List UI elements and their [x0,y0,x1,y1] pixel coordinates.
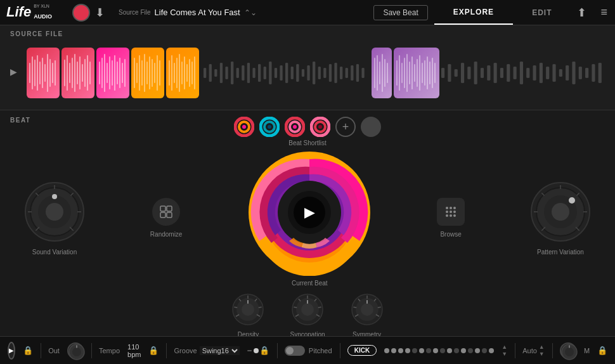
beat-dot-4[interactable] [405,348,410,353]
svg-rect-15 [74,54,75,92]
footer-lock-4[interactable]: 🔒 [597,346,607,355]
auto-arrows[interactable]: ▲ ▼ [539,344,545,357]
density-knob-dial[interactable] [231,293,264,328]
svg-rect-47 [176,58,178,88]
beat-dot-10[interactable] [447,348,452,353]
footer-m-label[interactable]: M [584,347,590,354]
symmetry-knob-dial[interactable] [351,293,384,328]
waveform-segment-1[interactable] [27,48,60,98]
beat-circle-2[interactable] [259,117,280,137]
svg-point-171 [453,211,456,213]
svg-rect-107 [441,68,444,78]
source-play-button[interactable]: ▶ [10,67,23,79]
svg-rect-108 [448,64,451,82]
footer-groove-select[interactable]: Swing16 Swing8 Straight [200,346,240,355]
waveform-container [27,44,605,101]
nav-tabs: EXPLORE EDIT [434,0,571,25]
svg-point-166 [446,207,448,209]
tab-edit[interactable]: EDIT [513,0,571,25]
footer-pitched-toggle[interactable]: Pitched [285,346,332,356]
svg-rect-13 [69,63,70,83]
svg-rect-129 [585,68,588,78]
beat-play-button[interactable]: ▶ [294,197,325,228]
svg-rect-25 [107,63,108,83]
beat-dot-5[interactable] [412,348,417,353]
beat-dot-9[interactable] [440,348,445,353]
svg-rect-76 [318,67,321,79]
svg-point-173 [450,214,452,217]
footer-out-knob[interactable] [67,342,84,359]
svg-rect-34 [136,63,138,83]
source-file-dropdown[interactable]: ⌃⌄ [244,8,257,17]
waveform-segment-4[interactable] [131,48,164,98]
beat-dot-2[interactable] [391,348,396,353]
waveform-segment-2[interactable] [62,48,94,98]
download-button[interactable]: ⬇ [95,6,105,20]
beat-dot-14[interactable] [475,348,480,353]
svg-rect-14 [72,58,73,88]
footer-lock-3[interactable]: 🔒 [259,346,269,355]
svg-rect-91 [396,60,398,86]
waveform-segment-7[interactable] [394,48,439,98]
footer-play-button[interactable]: ▶ [8,342,15,360]
beat-dot-6[interactable] [419,348,424,353]
beat-empty-slot[interactable] [361,117,381,137]
beat-wheel[interactable]: ▶ [246,149,373,276]
pitched-switch[interactable] [285,346,305,356]
footer-lock-1[interactable]: 🔒 [23,346,33,355]
beat-circle-1[interactable] [234,117,254,137]
dot-arrows[interactable]: ▲ ▼ [502,344,507,357]
sound-variation-knob-dial[interactable] [23,180,86,244]
kick-badge[interactable]: KICK [347,345,377,356]
beat-dot-12[interactable] [461,348,466,353]
svg-rect-57 [214,69,217,77]
syncopation-knob-dial[interactable] [291,293,324,328]
beat-add-button[interactable]: + [335,117,356,137]
pattern-variation-label: Pattern Variation [537,249,584,256]
pattern-variation-knob: Pattern Variation [529,180,592,256]
record-button[interactable] [72,4,90,22]
svg-line-201 [294,307,297,308]
waveform-segment-5[interactable] [166,48,199,98]
beat-dot-11[interactable] [454,348,459,353]
small-knobs: Density [10,293,605,338]
pattern-variation-knob-dial[interactable] [529,180,592,244]
svg-rect-75 [313,62,315,84]
sound-variation-knob: Sound Variation [23,180,86,256]
footer-groove-slider[interactable] [247,350,252,351]
footer-groove-label: Groove [174,347,197,354]
sound-variation-label: Sound Variation [32,249,77,256]
svg-point-167 [450,207,452,209]
svg-rect-45 [171,55,172,91]
footer-end-knob[interactable] [560,342,576,359]
svg-rect-23 [101,58,103,88]
svg-rect-30 [119,58,120,88]
browse-button[interactable]: Browse [437,198,465,238]
footer-tempo-label: Tempo [99,347,120,354]
upload-button[interactable]: ⬆ [571,6,593,20]
svg-rect-114 [487,65,490,81]
svg-rect-41 [154,63,155,83]
svg-rect-44 [169,60,170,86]
randomize-button[interactable]: Randomize [150,198,183,238]
beat-circle-3[interactable] [285,117,305,137]
svg-point-196 [242,303,254,316]
svg-point-170 [450,211,452,213]
footer-lock-2[interactable]: 🔒 [148,346,159,355]
svg-rect-110 [461,63,464,83]
beat-dot-15[interactable] [482,348,487,353]
beat-dot-16[interactable] [489,348,494,353]
beat-dot-13[interactable] [468,348,473,353]
svg-rect-116 [500,68,503,78]
menu-button[interactable]: ≡ [593,6,615,19]
save-beat-button[interactable]: Save Beat [373,5,427,20]
beat-dot-7[interactable] [426,348,431,353]
waveform-segment-3[interactable] [96,48,129,98]
beat-circle-4[interactable] [310,117,330,137]
beat-dot-8[interactable] [433,348,438,353]
waveform-segment-6[interactable] [372,48,392,98]
tab-explore[interactable]: EXPLORE [434,0,513,25]
svg-rect-93 [401,63,403,83]
beat-dot-1[interactable] [384,348,389,353]
beat-dot-3[interactable] [398,348,403,353]
